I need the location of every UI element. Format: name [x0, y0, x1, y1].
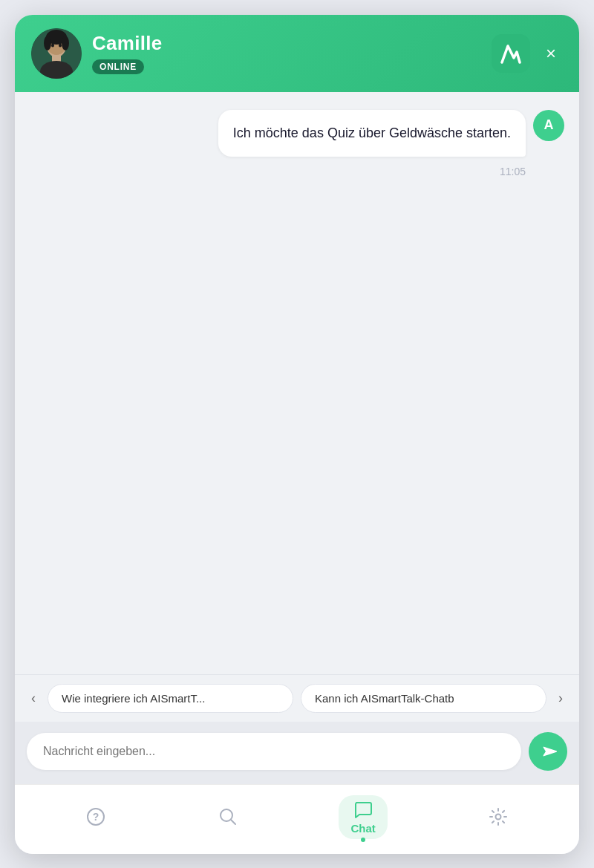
nav-item-chat[interactable]: Chat — [339, 795, 387, 839]
settings-icon — [489, 807, 508, 826]
agent-avatar — [31, 28, 82, 79]
svg-point-8 — [51, 43, 54, 47]
chat-icon — [353, 800, 373, 819]
svg-point-5 — [62, 36, 69, 50]
message-text: Ich möchte das Quiz über Geldwäsche star… — [233, 125, 511, 140]
send-icon — [536, 740, 559, 763]
suggestions-next-button[interactable]: › — [554, 688, 567, 709]
message-bubble: Ich möchte das Quiz über Geldwäsche star… — [218, 110, 526, 157]
search-icon — [218, 807, 238, 826]
message-input[interactable] — [27, 733, 521, 770]
suggestions-bar: ‹ Wie integriere ich AISmartT... Kann ic… — [15, 674, 579, 722]
svg-point-9 — [59, 43, 62, 47]
nav-item-settings[interactable] — [477, 803, 520, 831]
help-icon: ? — [86, 807, 105, 826]
chat-widget: Camille ONLINE × Ich möchte das Quiz übe… — [15, 15, 579, 854]
message-row: Ich möchte das Quiz über Geldwäsche star… — [30, 110, 564, 157]
svg-text:?: ? — [93, 811, 99, 823]
suggestion-button-2[interactable]: Kann ich AISmartTalk-Chatb — [301, 684, 546, 713]
bottom-nav: ? Chat — [15, 784, 579, 854]
svg-point-14 — [495, 815, 500, 820]
send-button[interactable] — [529, 732, 567, 771]
nav-item-search[interactable] — [206, 803, 249, 831]
suggestion-button-1[interactable]: Wie integriere ich AISmartT... — [48, 684, 293, 713]
svg-point-4 — [44, 36, 51, 50]
header-actions: × — [492, 34, 563, 73]
close-button[interactable]: × — [539, 42, 563, 65]
nav-chat-label: Chat — [350, 822, 375, 835]
nav-active-dot — [361, 838, 365, 842]
nav-item-help[interactable]: ? — [74, 803, 117, 831]
user-avatar: A — [533, 110, 564, 141]
chat-header: Camille ONLINE × — [15, 15, 579, 92]
suggestions-prev-button[interactable]: ‹ — [27, 688, 40, 709]
message-timestamp: 11:05 — [30, 166, 564, 177]
svg-line-13 — [231, 820, 235, 824]
online-status: ONLINE — [92, 59, 144, 74]
messages-area: Ich möchte das Quiz über Geldwäsche star… — [15, 92, 579, 674]
input-area — [15, 722, 579, 784]
logo-button[interactable] — [492, 34, 530, 73]
